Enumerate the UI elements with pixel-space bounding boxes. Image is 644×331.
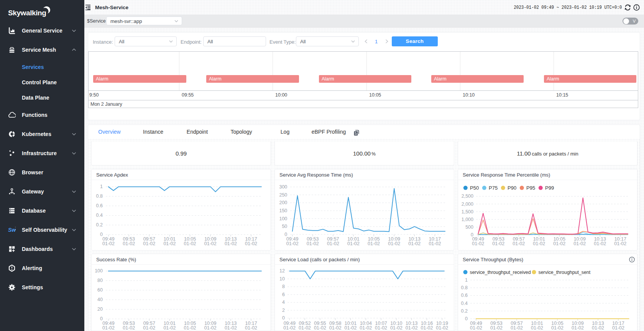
- svg-text:150: 150: [279, 208, 287, 213]
- svg-text:01-02: 01-02: [472, 241, 484, 246]
- svg-text:P99: P99: [545, 185, 554, 191]
- svg-text:01-02: 01-02: [553, 241, 565, 246]
- svg-text:1,000: 1,000: [462, 217, 473, 222]
- svg-text:0.2: 0.2: [461, 308, 468, 314]
- svg-text:0.8: 0.8: [461, 285, 468, 290]
- svg-text:01-02: 01-02: [511, 325, 523, 331]
- svg-text:20: 20: [97, 306, 103, 312]
- svg-text:service_throughput_sent: service_throughput_sent: [539, 270, 591, 275]
- svg-text:01-02: 01-02: [184, 325, 196, 331]
- svg-text:10: 10: [279, 276, 285, 282]
- svg-text:01-02: 01-02: [102, 241, 115, 246]
- svg-text:01-02: 01-02: [390, 325, 402, 331]
- svg-text:01-02: 01-02: [375, 325, 387, 331]
- svg-text:01-02: 01-02: [184, 241, 196, 246]
- svg-text:0: 0: [282, 315, 285, 321]
- svg-text:1: 1: [465, 277, 468, 283]
- svg-text:12: 12: [279, 268, 285, 274]
- svg-text:01-02: 01-02: [123, 325, 135, 331]
- svg-text:01-02: 01-02: [490, 325, 503, 331]
- svg-text:0.2: 0.2: [96, 222, 103, 228]
- svg-text:60: 60: [97, 287, 103, 293]
- svg-text:0.8: 0.8: [96, 193, 103, 199]
- svg-text:01-02: 01-02: [143, 241, 155, 246]
- svg-text:01-02: 01-02: [612, 325, 624, 331]
- svg-text:250: 250: [279, 192, 287, 198]
- svg-text:2,500: 2,500: [462, 193, 473, 199]
- svg-text:01-02: 01-02: [436, 325, 448, 331]
- svg-text:01-02: 01-02: [345, 325, 357, 331]
- svg-text:01-02: 01-02: [327, 241, 339, 246]
- svg-text:P95: P95: [526, 185, 535, 191]
- svg-text:01-02: 01-02: [204, 325, 217, 331]
- svg-text:01-02: 01-02: [513, 241, 525, 246]
- svg-text:01-02: 01-02: [245, 325, 257, 331]
- svg-text:01-02: 01-02: [573, 241, 586, 246]
- svg-text:500: 500: [465, 224, 473, 230]
- svg-text:01-02: 01-02: [225, 325, 237, 331]
- svg-text:01-02: 01-02: [360, 325, 372, 331]
- svg-text:01-02: 01-02: [299, 325, 311, 331]
- svg-text:01-02: 01-02: [286, 241, 299, 246]
- svg-text:50: 50: [282, 224, 287, 229]
- svg-text:1,500: 1,500: [462, 209, 473, 215]
- svg-text:300: 300: [279, 184, 287, 190]
- svg-text:01-02: 01-02: [388, 241, 400, 246]
- svg-text:01-02: 01-02: [314, 325, 326, 331]
- svg-text:01-02: 01-02: [123, 241, 135, 246]
- svg-text:01-02: 01-02: [533, 241, 545, 246]
- svg-text:P50: P50: [470, 185, 479, 191]
- svg-text:01-02: 01-02: [572, 325, 584, 331]
- svg-text:0: 0: [465, 316, 468, 321]
- svg-text:01-02: 01-02: [143, 325, 155, 331]
- svg-text:01-02: 01-02: [329, 325, 342, 331]
- svg-text:2: 2: [282, 308, 285, 313]
- svg-text:01-02: 01-02: [531, 325, 543, 331]
- svg-text:01-02: 01-02: [551, 325, 564, 331]
- svg-text:0.4: 0.4: [96, 213, 103, 218]
- svg-text:01-02: 01-02: [470, 325, 482, 331]
- svg-text:01-02: 01-02: [163, 325, 176, 331]
- svg-text:200: 200: [279, 200, 287, 205]
- svg-text:01-02: 01-02: [163, 241, 176, 246]
- svg-text:01-02: 01-02: [429, 241, 441, 246]
- svg-text:01-02: 01-02: [347, 241, 360, 246]
- svg-text:P90: P90: [508, 185, 516, 191]
- svg-text:01-02: 01-02: [421, 325, 433, 331]
- svg-text:01-02: 01-02: [225, 241, 237, 246]
- svg-text:P75: P75: [489, 185, 498, 191]
- svg-text:4: 4: [282, 300, 285, 305]
- svg-text:1: 1: [100, 184, 103, 189]
- svg-text:01-02: 01-02: [368, 241, 380, 246]
- svg-text:Sw: Sw: [8, 227, 16, 233]
- svg-text:80: 80: [97, 278, 103, 283]
- svg-text:8: 8: [282, 284, 285, 289]
- svg-text:Skywalking: Skywalking: [8, 9, 46, 17]
- svg-text:01-02: 01-02: [408, 241, 421, 246]
- svg-text:01-02: 01-02: [307, 241, 319, 246]
- svg-text:01-02: 01-02: [592, 325, 604, 331]
- svg-text:01-02: 01-02: [614, 241, 626, 246]
- svg-text:0.6: 0.6: [96, 203, 103, 208]
- svg-text:100: 100: [279, 216, 287, 221]
- svg-text:01-02: 01-02: [594, 241, 606, 246]
- svg-text:6: 6: [282, 292, 285, 297]
- svg-text:service_throughput_received: service_throughput_received: [470, 270, 531, 275]
- svg-text:01-02: 01-02: [283, 325, 296, 331]
- svg-text:01-02: 01-02: [492, 241, 504, 246]
- svg-text:01-02: 01-02: [102, 325, 115, 331]
- svg-text:100: 100: [95, 268, 103, 274]
- svg-text:0.6: 0.6: [461, 293, 468, 298]
- svg-text:2,000: 2,000: [462, 202, 473, 207]
- svg-text:01-02: 01-02: [204, 241, 217, 246]
- svg-text:01-02: 01-02: [406, 325, 418, 331]
- svg-text:40: 40: [97, 297, 103, 302]
- svg-text:01-02: 01-02: [245, 241, 257, 246]
- svg-text:0.4: 0.4: [461, 301, 468, 306]
